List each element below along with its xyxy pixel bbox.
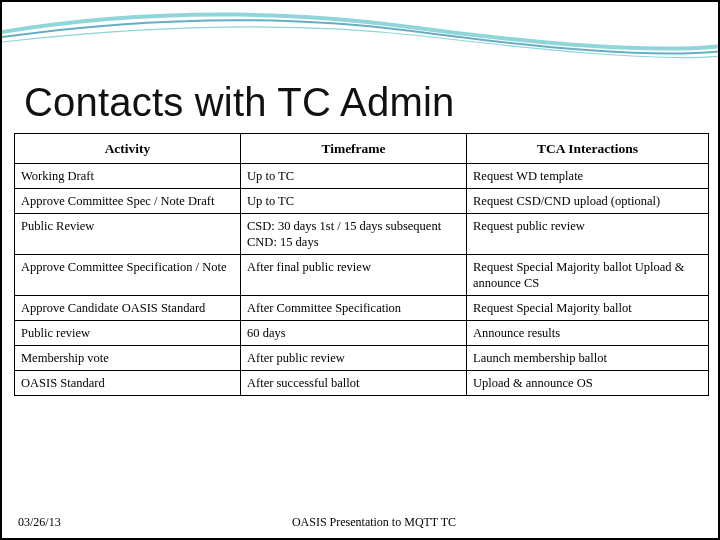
cell-tca: Request Special Majority ballot Upload &… — [467, 255, 709, 296]
cell-timeframe: 60 days — [241, 321, 467, 346]
cell-activity: Membership vote — [15, 346, 241, 371]
header-tca: TCA Interactions — [467, 134, 709, 164]
table-row: Approve Committee Spec / Note Draft Up t… — [15, 189, 709, 214]
cell-timeframe: After public review — [241, 346, 467, 371]
cell-tca: Request Special Majority ballot — [467, 296, 709, 321]
table-row: Working Draft Up to TC Request WD templa… — [15, 164, 709, 189]
cell-timeframe: After successful ballot — [241, 371, 467, 396]
cell-activity: Approve Committee Spec / Note Draft — [15, 189, 241, 214]
table-row: Approve Candidate OASIS Standard After C… — [15, 296, 709, 321]
cell-tca: Launch membership ballot — [467, 346, 709, 371]
header-timeframe: Timeframe — [241, 134, 467, 164]
decorative-wave — [2, 2, 720, 82]
cell-activity: Approve Candidate OASIS Standard — [15, 296, 241, 321]
cell-tca: Request WD template — [467, 164, 709, 189]
cell-tca: Upload & announce OS — [467, 371, 709, 396]
cell-activity: OASIS Standard — [15, 371, 241, 396]
footer-center: OASIS Presentation to MQTT TC — [292, 515, 456, 530]
header-activity: Activity — [15, 134, 241, 164]
cell-activity: Public review — [15, 321, 241, 346]
cell-timeframe: After Committee Specification — [241, 296, 467, 321]
slide-footer: 03/26/13 OASIS Presentation to MQTT TC — [2, 515, 718, 530]
table-row: Membership vote After public review Laun… — [15, 346, 709, 371]
cell-tca: Request CSD/CND upload (optional) — [467, 189, 709, 214]
table-row: Public review 60 days Announce results — [15, 321, 709, 346]
cell-activity: Public Review — [15, 214, 241, 255]
table-row: Approve Committee Specification / Note A… — [15, 255, 709, 296]
cell-tca: Request public review — [467, 214, 709, 255]
contacts-table: Activity Timeframe TCA Interactions Work… — [14, 133, 709, 396]
cell-activity: Working Draft — [15, 164, 241, 189]
table-row: OASIS Standard After successful ballot U… — [15, 371, 709, 396]
table-row: Public Review CSD: 30 days 1st / 15 days… — [15, 214, 709, 255]
cell-timeframe: Up to TC — [241, 189, 467, 214]
cell-timeframe: Up to TC — [241, 164, 467, 189]
cell-tca: Announce results — [467, 321, 709, 346]
cell-activity: Approve Committee Specification / Note — [15, 255, 241, 296]
cell-timeframe: CSD: 30 days 1st / 15 days subsequent CN… — [241, 214, 467, 255]
table-header-row: Activity Timeframe TCA Interactions — [15, 134, 709, 164]
slide-title: Contacts with TC Admin — [24, 80, 696, 125]
cell-timeframe: After final public review — [241, 255, 467, 296]
